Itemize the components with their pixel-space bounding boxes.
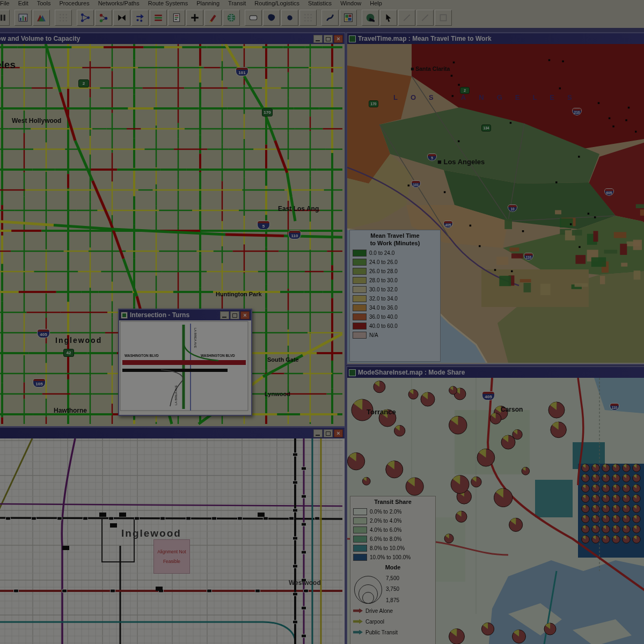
city-label: eles [0,59,16,71]
state-route-shield: 42 [63,349,74,357]
menu-item-help[interactable]: Help [365,0,386,6]
flow-arrows-button[interactable] [131,10,149,26]
legend-row: 8.0% to 10.0% [353,545,433,552]
city-label: Lynwood [265,391,290,397]
map-window-icon [349,369,356,376]
crosshair-button[interactable] [186,10,203,26]
network-colors-button[interactable] [95,10,112,26]
menu-item-route-systems[interactable]: Route Systems [144,0,193,6]
toolbar [0,8,644,28]
size-label: 3,750 [386,586,399,592]
menu-item-window[interactable]: Window [336,0,365,6]
city-label: Inglewood [121,528,181,539]
restore-button[interactable] [324,429,333,437]
menu-bar: FileEditToolsProceduresNetworks/PathsRou… [0,0,644,8]
legend-swatch [353,286,367,293]
pointer-button[interactable] [380,10,397,26]
legend-row: 24.0 to 26.0 [353,259,437,266]
interstate-shield: 101 [236,68,248,76]
legend-row: 36.0 to 40.0 [353,313,437,320]
legend-swatch [353,536,367,543]
new-dataview-button[interactable] [14,10,32,26]
toolbox-button[interactable] [0,10,10,26]
city-label: Carson [501,406,523,413]
matrix-grid-button-disabled[interactable] [55,10,72,26]
intersection-diagram[interactable]: WASHINGTON BLVD WASHINGTON BLVD LA BREA … [119,320,251,415]
city-label: Westwood [289,579,321,587]
close-button[interactable]: × [334,429,343,437]
traffic-window-title: low and Volume to Capacity [0,35,80,42]
legend-swatch [353,268,367,275]
legend-swatch [353,508,367,515]
mdi-workspace: low and Volume to Capacity × eles West H… [0,28,644,644]
mode-swatch [353,609,363,613]
city-label: ■ Los Angeles [437,158,485,166]
menu-item-routing-logistics[interactable]: Routing/Logistics [250,0,304,6]
intersection-window-icon [121,312,128,319]
legend-swatch [353,250,367,257]
routes-window-titlebar[interactable]: × [0,428,345,438]
report-page-button[interactable] [168,10,185,26]
measure-pen-button[interactable] [204,10,222,26]
menu-item-networks-paths[interactable]: Networks/Paths [94,0,144,6]
menu-item-file[interactable]: File [0,0,14,6]
menu-item-edit[interactable]: Edit [14,0,33,6]
mode-section-title: Mode [353,564,433,572]
map-preview-button[interactable] [340,10,357,26]
frame-tool-button-disabled[interactable] [435,10,452,26]
label-button[interactable] [245,10,262,26]
city-label: Inglewood [55,336,102,345]
mode-window-titlebar[interactable]: ModeShareInset.map : Mode Share [347,367,644,378]
interstate-shield: 405 [482,392,494,400]
legend-row: 34.0 to 36.0 [353,304,437,311]
window-transit-routes: × Inglewood [0,427,346,644]
route-button[interactable] [321,10,339,26]
legend-row: 0.0% to 2.0% [353,508,433,515]
legend-swatch [353,554,367,561]
district-button[interactable] [263,10,280,26]
grid-button-disabled[interactable] [299,10,317,26]
legend-swatch [353,259,367,266]
legend-row: 30.0 to 32.0 [353,286,437,293]
subarea-button[interactable] [281,10,298,26]
mode-share-map[interactable]: Torrance Carson 405 110 Transit Share 0.… [347,378,644,644]
minimize-button[interactable] [313,35,323,43]
network-editor-button[interactable] [77,10,94,26]
minimize-button[interactable] [220,311,229,319]
legend-row: 40.0 to 60.0 [353,323,437,330]
street-label: LA BREA AVE [194,328,197,348]
globe-3d-button[interactable] [362,10,379,26]
travel-window-titlebar[interactable]: TravelTime.map : Mean Travel Time to Wor… [347,33,644,44]
menu-item-tools[interactable]: Tools [33,0,55,6]
travel-time-map[interactable]: ■ Santa Clarita ■ Los Angeles LOS ANGELE… [347,44,644,364]
intersection-titlebar[interactable]: Intersection - Turns × [119,310,251,320]
restore-button[interactable] [324,35,333,43]
restore-button[interactable] [230,311,239,319]
legend-swatch [353,304,367,311]
routes-map[interactable]: Inglewood Westwood Alignment Not Feasibl… [0,438,345,644]
interstate-shield: 5 [258,221,269,229]
map-layers-button[interactable] [33,10,50,26]
line-tool-button-disabled[interactable] [398,10,415,26]
map-note: Alignment Not Feasible [153,539,190,574]
street-label: WASHINGTON BLVD [201,354,235,357]
legend-row: N/A [353,332,437,339]
menu-item-planning[interactable]: Planning [192,0,224,6]
close-button[interactable]: × [334,35,343,43]
travel-window-title: TravelTime.map : Mean Travel Time to Wor… [358,35,492,42]
menu-item-procedures[interactable]: Procedures [55,0,93,6]
legend-row: 10.0% to 100.0% [353,554,433,561]
legend-lines-button[interactable] [150,10,167,26]
legend-row: Public Transit [353,630,433,635]
mode-share-legend: Transit Share 0.0% to 2.0% 2.0% to 4.0% … [350,496,436,644]
merge-button[interactable] [113,10,130,26]
close-button[interactable]: × [240,311,250,319]
minimize-button[interactable] [313,429,323,437]
traffic-window-titlebar[interactable]: low and Volume to Capacity × [0,33,345,44]
city-label: Huntington Park [216,291,262,297]
menu-item-transit[interactable]: Transit [224,0,250,6]
legend-row: 32.0 to 34.0 [353,295,437,302]
globe-layers-button[interactable] [223,10,240,26]
path-tool-button-disabled[interactable] [416,10,434,26]
menu-item-statistics[interactable]: Statistics [304,0,336,6]
